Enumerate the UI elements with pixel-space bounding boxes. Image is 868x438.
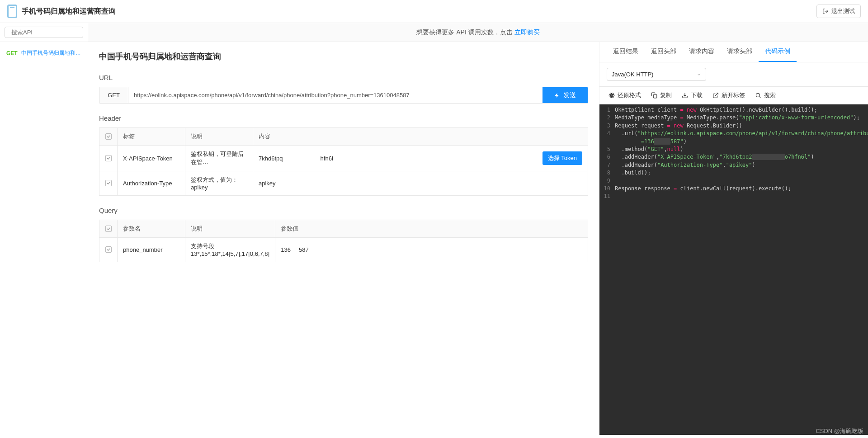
- query-section-label: Query: [99, 207, 588, 214]
- sidebar-item-label: 中国手机号码归属地和运营商查询: [21, 49, 81, 57]
- header-section-label: Header: [99, 114, 588, 122]
- search-box[interactable]: [5, 27, 83, 38]
- request-panel: 中国手机号码归属地和运营商查询 URL GET 发送 Header 标签 说明 …: [88, 42, 599, 435]
- chevron-down-icon: [697, 72, 701, 77]
- table-row: X-APISpace-Token 鉴权私钥，可登陆后在管… 7khd6tpq h…: [99, 146, 588, 171]
- sidebar-item[interactable]: GET 中国手机号码归属地和运营商查询: [4, 47, 84, 60]
- svg-point-6: [756, 93, 760, 97]
- tab-result[interactable]: 返回结果: [607, 42, 645, 62]
- code-editor[interactable]: 1OkHttpClient client = new OkHttpClient(…: [599, 104, 868, 435]
- svg-point-1: [611, 95, 612, 96]
- col-content: 内容: [253, 128, 588, 146]
- lang-row: Java(OK HTTP): [599, 62, 868, 86]
- phone-icon: [7, 5, 17, 18]
- app-title: 手机号码归属地和运营商查询: [22, 7, 116, 16]
- search-code-button[interactable]: 搜索: [755, 91, 776, 99]
- col-value: 参数值: [275, 220, 588, 238]
- exit-label: 退出测试: [831, 7, 855, 15]
- response-tabs: 返回结果 返回头部 请求内容 请求头部 代码示例: [599, 42, 868, 62]
- tab-req-body[interactable]: 请求内容: [683, 42, 721, 62]
- atom-icon: [609, 92, 615, 99]
- header-table: 标签 说明 内容 X-APISpace-Token 鉴权私钥，可登陆后在管… 7…: [99, 127, 588, 196]
- tab-resp-headers[interactable]: 返回头部: [645, 42, 683, 62]
- header-desc: 鉴权方式，值为：apikey: [185, 171, 253, 196]
- param-desc: 支持号段 13*,15*,18*,14[5,7],17[0,6,7,8]: [185, 238, 275, 262]
- new-tab-button[interactable]: 新开标签: [712, 91, 745, 99]
- param-value[interactable]: 136 587: [275, 238, 588, 262]
- header-desc: 鉴权私钥，可登陆后在管…: [185, 146, 253, 171]
- row-checkbox[interactable]: [105, 180, 112, 186]
- method-tag: GET: [6, 50, 18, 57]
- svg-rect-5: [653, 94, 657, 98]
- sub-header: 想要获得更多 API 调用次数，点击 立即购买: [0, 23, 868, 42]
- restore-format-button[interactable]: 还原格式: [609, 91, 641, 99]
- search-wrap: [0, 23, 88, 42]
- buy-now-link[interactable]: 立即购买: [514, 28, 540, 37]
- copy-button[interactable]: 复制: [651, 91, 672, 99]
- param-name: phone_number: [118, 238, 185, 262]
- watermark: CSDN @海碗吃饭: [816, 427, 863, 435]
- main-area: GET 中国手机号码归属地和运营商查询 中国手机号码归属地和运营商查询 URL …: [0, 42, 868, 435]
- row-checkbox[interactable]: [105, 155, 112, 161]
- url-input[interactable]: [128, 87, 542, 103]
- exit-icon: [822, 8, 829, 14]
- header-content[interactable]: apikey: [253, 171, 588, 196]
- table-row: phone_number 支持号段 13*,15*,18*,14[5,7],17…: [99, 238, 588, 262]
- language-select[interactable]: Java(OK HTTP): [607, 68, 706, 81]
- col-name: 参数名: [118, 220, 185, 238]
- promo-text: 想要获得更多 API 调用次数，点击: [416, 28, 512, 37]
- app-header: 手机号码归属地和运营商查询 退出测试: [0, 0, 868, 23]
- copy-icon: [651, 92, 657, 99]
- send-label: 发送: [563, 91, 576, 99]
- col-label: 标签: [118, 128, 185, 146]
- query-table: 参数名 说明 参数值 phone_number 支持号段 13*,15*,18*…: [99, 220, 588, 262]
- external-link-icon: [712, 92, 719, 99]
- page-title: 中国手机号码归属地和运营商查询: [99, 51, 588, 62]
- row-checkbox[interactable]: [105, 246, 112, 253]
- url-section-label: URL: [99, 74, 588, 81]
- tab-req-headers[interactable]: 请求头部: [721, 42, 759, 62]
- lightning-icon: [554, 93, 560, 98]
- col-desc: 说明: [185, 128, 253, 146]
- url-row: GET 发送: [99, 87, 588, 104]
- select-token-button[interactable]: 选择 Token: [542, 151, 582, 165]
- header-left: 手机号码归属地和运营商查询: [7, 5, 116, 18]
- table-row: Authorization-Type 鉴权方式，值为：apikey apikey: [99, 171, 588, 196]
- http-method[interactable]: GET: [99, 87, 128, 103]
- exit-test-button[interactable]: 退出测试: [816, 5, 861, 18]
- search-input[interactable]: [11, 29, 87, 36]
- col-desc: 说明: [185, 220, 275, 238]
- language-label: Java(OK HTTP): [612, 71, 653, 78]
- download-button[interactable]: 下载: [682, 91, 703, 99]
- header-check-all[interactable]: [99, 128, 118, 146]
- tab-code-sample[interactable]: 代码示例: [759, 42, 797, 62]
- query-check-all[interactable]: [99, 220, 118, 238]
- send-button[interactable]: 发送: [542, 87, 588, 103]
- search-icon: [755, 92, 761, 99]
- api-sidebar: GET 中国手机号码归属地和运营商查询: [0, 42, 88, 435]
- code-toolbar: 还原格式 复制 下载 新开标签 搜索: [599, 86, 868, 104]
- response-panel: 返回结果 返回头部 请求内容 请求头部 代码示例 Java(OK HTTP) 还…: [599, 42, 868, 435]
- header-name: Authorization-Type: [118, 171, 185, 196]
- download-icon: [682, 92, 688, 99]
- header-content: 7khd6tpq hfn6l 选择 Token: [253, 146, 588, 171]
- promo-bar: 想要获得更多 API 调用次数，点击 立即购买: [88, 23, 868, 42]
- header-name: X-APISpace-Token: [118, 146, 185, 171]
